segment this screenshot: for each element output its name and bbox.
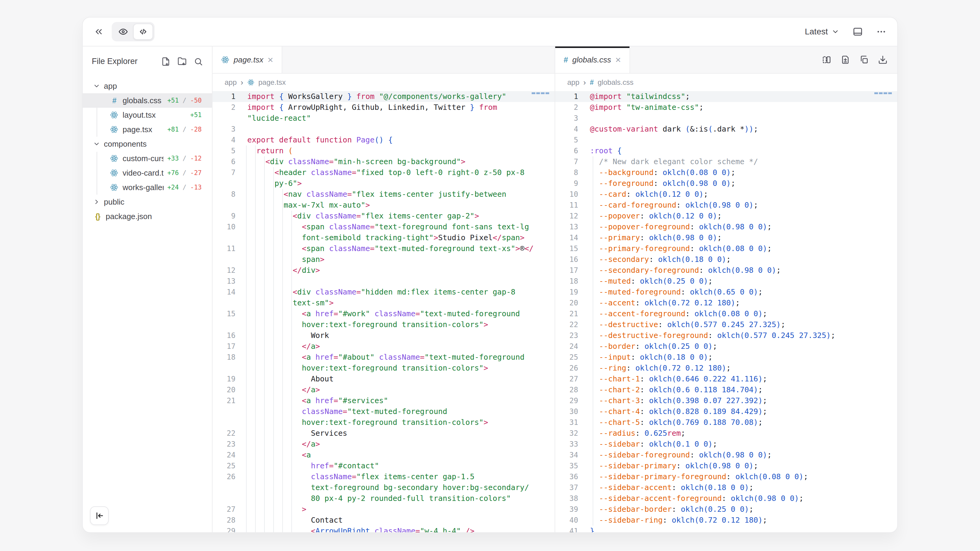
- tree-file-globals-css[interactable]: # globals.css +51 / -50: [83, 93, 212, 108]
- scrollbar-indicator[interactable]: [874, 92, 892, 94]
- copy-button[interactable]: [859, 55, 869, 65]
- diff-stats: +33 / -12: [167, 155, 202, 162]
- tree-file-page-tsx[interactable]: page.tsx +81 / -28: [90, 122, 205, 137]
- react-file-icon: [110, 111, 119, 119]
- react-file-icon: [110, 183, 119, 192]
- breadcrumb-separator-icon: ›: [240, 78, 243, 87]
- chevron-down-icon: [93, 83, 100, 90]
- file-tree: app # globals.css +51 / -50 layout.tsx +…: [90, 79, 205, 224]
- diff-stats: +76 / -27: [167, 169, 202, 176]
- version-label: Latest: [805, 27, 828, 37]
- browser-window-icon: [853, 27, 863, 37]
- breadcrumb: app › # globals.css: [555, 74, 897, 91]
- version-selector[interactable]: Latest: [805, 27, 839, 37]
- search-icon: [194, 57, 203, 66]
- code-lines: 1@import "tailwindcss";2@import "tw-anim…: [555, 91, 897, 532]
- tabbar: page.tsx ×: [213, 46, 555, 74]
- collapse-sidebar-button[interactable]: [90, 507, 109, 525]
- json-file-icon: {}: [93, 212, 102, 221]
- collapse-panel-button[interactable]: [94, 27, 104, 37]
- folder-plus-icon: [178, 57, 186, 66]
- css-file-icon: #: [564, 55, 568, 65]
- file-plus-icon: [161, 57, 170, 66]
- eye-icon: [118, 27, 128, 37]
- tree-folder-public[interactable]: public: [90, 195, 205, 209]
- tree-file-custom-cursor[interactable]: custom-curs… +33 / -12: [90, 151, 205, 166]
- new-folder-button[interactable]: [178, 57, 186, 66]
- open-in-browser-button[interactable]: [853, 27, 863, 37]
- chevrons-left-icon: [94, 27, 104, 37]
- top-toolbar: Latest: [83, 17, 897, 46]
- diff-stats: +24 / -13: [167, 184, 202, 191]
- tree-file-layout-tsx[interactable]: layout.tsx +51: [90, 108, 205, 122]
- ellipsis-icon: [876, 27, 886, 37]
- code-lines: 1import { WorksGallery } from "@/compone…: [213, 91, 555, 532]
- breadcrumb: app › page.tsx: [213, 74, 555, 91]
- scrollbar-indicator[interactable]: [532, 92, 549, 94]
- react-file-icon: [221, 56, 229, 64]
- css-file-icon: #: [110, 96, 119, 105]
- chevron-right-icon: [93, 198, 100, 205]
- copy-icon: [859, 55, 869, 65]
- file-diff-button[interactable]: [840, 55, 850, 65]
- file-explorer-title: File Explorer: [92, 57, 138, 66]
- tree-file-package-json[interactable]: {} package.json: [90, 209, 205, 224]
- split-view-button[interactable]: [822, 55, 832, 65]
- editor-pane-page-tsx: page.tsx × app › page.tsx: [213, 46, 555, 532]
- panel-collapse-left-icon: [94, 511, 104, 521]
- tab-label: globals.css: [572, 55, 611, 65]
- css-file-icon: #: [590, 78, 594, 87]
- code-toggle-button[interactable]: [133, 24, 153, 40]
- tab-globals-css[interactable]: # globals.css ×: [555, 46, 630, 73]
- search-files-button[interactable]: [194, 57, 203, 66]
- react-file-icon: [110, 154, 119, 163]
- more-options-button[interactable]: [876, 27, 886, 37]
- editor-window: Latest File Explorer: [82, 17, 898, 533]
- tree-file-works-gallery[interactable]: works-galler… +24 / -13: [90, 180, 205, 195]
- diff-stats: +81 / -28: [167, 126, 202, 133]
- split-panel-icon: [822, 55, 832, 65]
- chevron-down-icon: [93, 140, 100, 148]
- chevron-down-icon: [832, 28, 839, 36]
- tab-label: page.tsx: [234, 55, 263, 65]
- tab-page-tsx[interactable]: page.tsx ×: [213, 46, 282, 73]
- react-file-icon: [247, 79, 255, 86]
- download-icon: [878, 55, 888, 65]
- tabbar: # globals.css ×: [555, 46, 897, 74]
- pane-actions: [822, 46, 897, 73]
- new-file-button[interactable]: [161, 57, 170, 66]
- code-editor-page-tsx: 1import { WorksGallery } from "@/compone…: [213, 91, 555, 532]
- code-editor-globals-css: 1@import "tailwindcss";2@import "tw-anim…: [555, 91, 897, 532]
- breadcrumb-separator-icon: ›: [583, 78, 586, 87]
- close-icon[interactable]: ×: [267, 55, 273, 65]
- close-icon[interactable]: ×: [615, 55, 621, 65]
- diff-stats: +51: [190, 111, 202, 119]
- tree-folder-components[interactable]: components: [90, 137, 205, 151]
- preview-code-toggle: [112, 22, 154, 41]
- code-icon: [138, 27, 148, 37]
- editor-pane-globals-css: # globals.css ×: [555, 46, 897, 532]
- file-diff-icon: [840, 55, 850, 65]
- tree-file-video-card[interactable]: video-card.tsx +76 / -27: [90, 166, 205, 180]
- tree-folder-app[interactable]: app: [90, 79, 205, 93]
- download-button[interactable]: [878, 55, 888, 65]
- react-file-icon: [110, 169, 119, 177]
- preview-toggle-button[interactable]: [113, 24, 133, 40]
- file-explorer-sidebar: File Explorer: [83, 46, 213, 532]
- diff-stats: +51 / -50: [167, 97, 202, 104]
- react-file-icon: [110, 125, 119, 134]
